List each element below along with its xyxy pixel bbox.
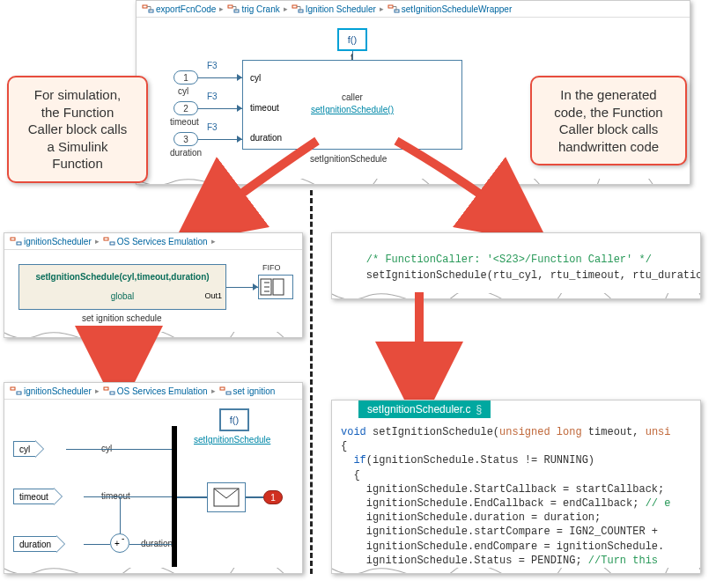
file-name: setIgnitionScheduler.c [367, 403, 470, 415]
svg-rect-2 [228, 5, 233, 8]
breadcrumb[interactable]: ignitionScheduler ▸ OS Services Emulatio… [4, 383, 302, 400]
model-icon [103, 386, 115, 396]
svg-rect-6 [388, 5, 393, 8]
sum-block[interactable]: +- [110, 533, 129, 553]
tab-marker: § [476, 403, 482, 415]
crumb[interactable]: trig Crank [241, 4, 279, 14]
caller-title: caller [243, 92, 461, 102]
outport-block[interactable]: 1 [263, 490, 283, 504]
red-arrow [402, 290, 437, 396]
chevron-right-icon: ▸ [211, 237, 216, 246]
crumb[interactable]: setIgnitionScheduleWrapper [402, 4, 512, 14]
argin-timeout[interactable]: timeout [13, 488, 63, 505]
trigger-port-block[interactable]: f() [337, 28, 367, 51]
model-icon [142, 4, 154, 14]
code-line: ignitionSchedule.StartCallback = startCa… [341, 482, 671, 496]
fn-scope: global [19, 291, 225, 301]
svg-rect-8 [11, 238, 15, 240]
code-line: ignitionSchedule.EndCallback = endCallba… [341, 496, 671, 511]
crumb[interactable]: set ignition [233, 386, 276, 396]
wire [246, 496, 263, 498]
fn-signature: setIgnitionSchedule(cyl,timeout,duration… [19, 272, 225, 282]
torn-edge [331, 568, 701, 574]
arrow-head-icon [237, 74, 242, 81]
code-line: void setIgnitionSchedule(unsigned long t… [341, 425, 671, 439]
vertical-divider [310, 190, 313, 574]
fn-out-label: Out1 [204, 291, 222, 300]
wire [177, 496, 207, 498]
svg-rect-4 [292, 5, 297, 8]
svg-rect-9 [17, 242, 21, 245]
svg-rect-10 [104, 238, 108, 240]
inport-2-label: timeout [170, 117, 199, 127]
simulink-canvas[interactable]: f() setIgnitionSchedule cyl cyl timeout … [4, 400, 302, 570]
argin-duration[interactable]: duration [13, 535, 65, 553]
model-icon [292, 4, 304, 14]
code-body: void setIgnitionSchedule(unsigned long t… [341, 425, 671, 568]
source-file-panel: setIgnitionScheduler.c§ void setIgnition… [331, 400, 701, 574]
model-icon [219, 386, 232, 396]
crumb[interactable]: OS Services Emulation [117, 237, 208, 246]
svg-rect-0 [143, 5, 147, 8]
wire [198, 139, 242, 140]
callout-simulation: For simulation, the Function Caller bloc… [7, 76, 148, 183]
svg-rect-19 [226, 392, 231, 394]
crumb[interactable]: OS Services Emulation [117, 386, 208, 396]
trigger-port-block[interactable]: f() [219, 408, 249, 431]
generated-code-panel: /* FunctionCaller: '<S23>/Function Calle… [331, 232, 701, 299]
svg-rect-16 [104, 387, 108, 390]
file-tab[interactable]: setIgnitionScheduler.c§ [358, 401, 491, 418]
code-line: ignitionSchedule.Status = PENDING; //Tur… [341, 554, 671, 568]
caller-block-label: setIgnitionSchedule [310, 154, 387, 164]
svg-rect-15 [17, 392, 21, 394]
model-icon [227, 4, 240, 14]
inport-1[interactable]: 1 [173, 70, 198, 85]
chevron-right-icon: ▸ [284, 4, 288, 13]
simulink-function-block[interactable]: setIgnitionSchedule(cyl,timeout,duration… [18, 264, 226, 310]
code-line: ignitionSchedule.duration = duration; [341, 511, 671, 525]
code-line: ignitionSchedule.endCompare = ignitionSc… [341, 540, 671, 554]
simulink-canvas[interactable]: setIgnitionSchedule(cyl,timeout,duration… [4, 250, 302, 334]
fifo-label: FIFO [262, 263, 281, 272]
crumb[interactable]: ignitionScheduler [24, 386, 92, 396]
inport-2-tag: F3 [207, 92, 218, 101]
inport-3-label: duration [170, 148, 202, 158]
svg-rect-11 [110, 242, 114, 245]
inport-1-tag: F3 [207, 61, 218, 70]
crumb[interactable]: Ignition Scheduler [306, 4, 376, 14]
code-line: setIgnitionSchedule(rtu_cyl, rtu_timeout… [366, 269, 701, 282]
wire [84, 544, 110, 545]
argin-cyl[interactable]: cyl [13, 440, 44, 458]
svg-rect-14 [11, 387, 15, 390]
fifo-block[interactable] [258, 275, 293, 299]
fn-block-label: set ignition schedule [82, 313, 162, 323]
callout-text: For simulation, the Function Caller bloc… [28, 87, 128, 171]
crumb[interactable]: ignitionScheduler [24, 237, 92, 246]
wire [120, 496, 121, 533]
breadcrumb[interactable]: exportFcnCode ▸ trig Crank ▸ Ignition Sc… [137, 1, 690, 18]
svg-text:+: + [114, 539, 120, 548]
caller-port-label: cyl [250, 73, 261, 83]
caller-port-label: duration [250, 133, 282, 143]
inport-3[interactable]: 3 [173, 132, 198, 146]
breadcrumb[interactable]: ignitionScheduler ▸ OS Services Emulatio… [4, 233, 302, 250]
wire [84, 496, 172, 497]
fn-link[interactable]: setIgnitionSchedule [194, 435, 270, 445]
inport-2[interactable]: 2 [173, 101, 198, 115]
svg-rect-13 [273, 279, 284, 295]
message-send-block[interactable] [207, 482, 246, 512]
chevron-right-icon: ▸ [95, 386, 100, 395]
chevron-right-icon: ▸ [219, 4, 224, 13]
model-icon [388, 4, 400, 14]
sim-function-inner-panel: ignitionScheduler ▸ OS Services Emulatio… [4, 382, 303, 574]
svg-text:-: - [122, 534, 124, 543]
function-caller-block[interactable]: cyl timeout duration caller setIgnitionS… [242, 60, 462, 150]
sim-function-panel: ignitionScheduler ▸ OS Services Emulatio… [4, 232, 303, 338]
crumb[interactable]: exportFcnCode [156, 4, 216, 14]
wire [66, 449, 172, 450]
model-icon [10, 236, 22, 246]
caller-fn-link[interactable]: setIgnitionSchedule() [243, 105, 461, 114]
code-line: { [341, 439, 671, 453]
wire [129, 544, 172, 545]
chevron-right-icon: ▸ [380, 4, 384, 13]
